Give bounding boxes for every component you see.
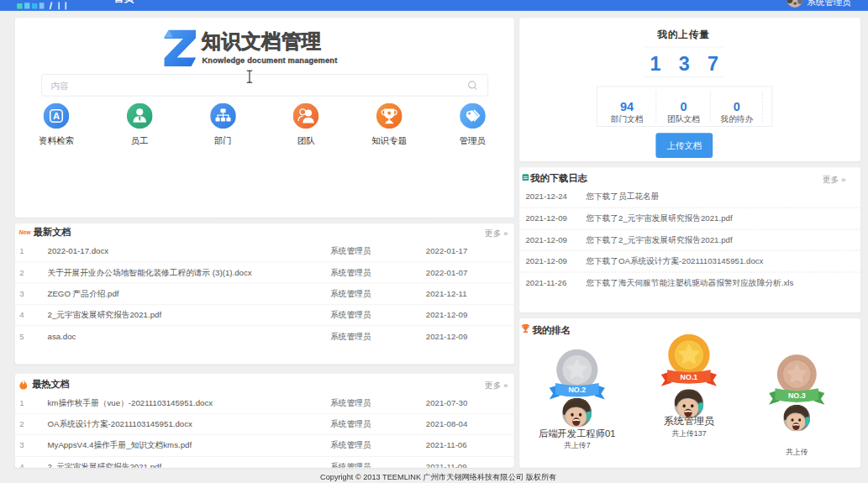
svg-text:NO.1: NO.1 xyxy=(681,373,698,381)
svg-text:NO.3: NO.3 xyxy=(788,391,806,399)
svg-text:NO.2: NO.2 xyxy=(568,386,586,395)
svg-text:A: A xyxy=(53,111,60,121)
